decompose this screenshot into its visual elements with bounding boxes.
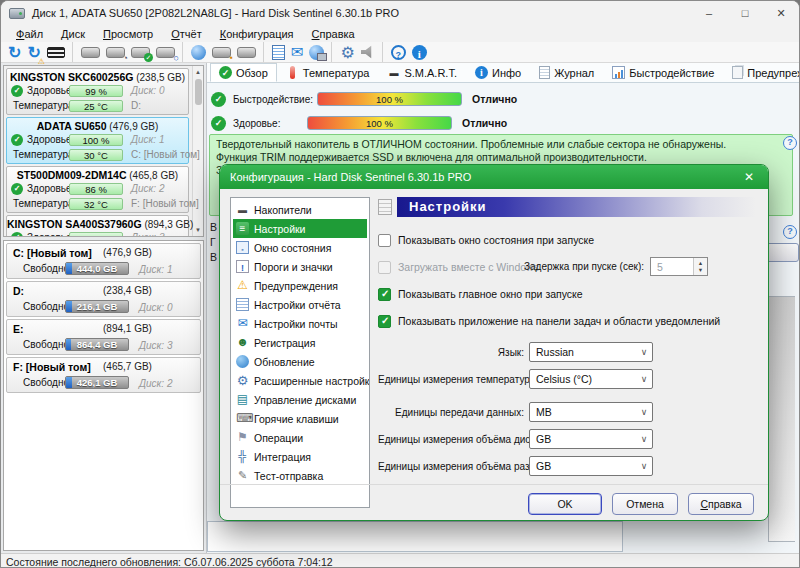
nav-item[interactable]: Интеграция (233, 447, 367, 466)
help-button[interactable]: Справка (688, 493, 754, 515)
tab[interactable]: Инфо (466, 63, 530, 82)
menu-item[interactable]: Диск (52, 27, 94, 41)
toolbar-button[interactable] (388, 42, 409, 62)
nav-label: Регистрация (254, 337, 315, 349)
partition-size: (476,9 GB) (103, 247, 152, 258)
refresh-warning-icon (27, 43, 40, 62)
nav-item[interactable]: Накопители (233, 200, 367, 219)
menu-item[interactable]: Справка (303, 27, 364, 41)
delay-spinner[interactable]: 5 ▲▼ (650, 257, 708, 276)
toolbar-button[interactable] (103, 42, 128, 62)
nav-item[interactable]: Горячие клавиши (233, 409, 367, 428)
performance-row: ✓ Быстродействие: 100 % Отлично ? (211, 89, 800, 109)
select[interactable]: Russian ∨ (529, 342, 653, 362)
free-label: Свободно (23, 339, 69, 350)
select[interactable]: GB ∨ (529, 456, 653, 476)
select[interactable]: GB ∨ (529, 429, 653, 449)
scroll-up-icon[interactable]: ▲ (193, 66, 203, 78)
status-ok-icon: ✓ (211, 92, 226, 107)
tab[interactable]: Температура (277, 63, 379, 82)
nav-item[interactable]: Тест-отправка (233, 466, 367, 485)
menu-item[interactable]: Файл (7, 27, 52, 41)
toolbar-button[interactable] (44, 42, 73, 62)
titlebar: Диск 1, ADATA SU650 [2P082L2NA8LG] - Har… (1, 1, 799, 25)
nav-label: Операции (254, 432, 303, 444)
tab[interactable]: Предупреждения (723, 63, 800, 82)
tab[interactable]: Быстродействие (603, 63, 723, 82)
nav-item[interactable]: Регистрация (233, 333, 367, 352)
toolbar-button[interactable] (234, 42, 264, 62)
toolbar-button[interactable] (5, 42, 24, 62)
tab[interactable]: Журнал (530, 63, 603, 82)
toolbar-button[interactable] (188, 42, 209, 62)
toolbar-button[interactable] (409, 42, 430, 62)
tab-label: S.M.A.R.T. (404, 67, 457, 79)
window-title: Диск 1, ADATA SU650 [2P082L2NA8LG] - Har… (32, 7, 399, 19)
minimize-button[interactable]: – (691, 1, 727, 25)
menu-item[interactable]: Конфигурация (211, 27, 303, 41)
startup-options: Задержка при пуске (сек): 5 ▲▼ Показыват… (378, 233, 756, 328)
tab-label: Журнал (554, 67, 594, 79)
nav-item[interactable]: Настройки (233, 219, 367, 238)
disk-item[interactable]: KINGSTON SA400S37960G (894,3 GB) ✓ Здоро… (6, 215, 189, 237)
spinner-arrows-icon[interactable]: ▲▼ (693, 258, 707, 275)
disk-item[interactable]: KINGSTON SKC600256G (238,5 GB) ✓ Здоровь… (6, 68, 189, 115)
nav-item[interactable]: Предупреждения (233, 276, 367, 295)
toolbar-button[interactable] (337, 42, 357, 62)
toolbar-button[interactable] (358, 42, 383, 62)
checkbox[interactable] (378, 288, 391, 301)
scrollbar-thumb[interactable] (195, 79, 202, 105)
select[interactable]: MB ∨ (529, 402, 653, 422)
select-row: Единицы измерения объёма разделов: GB ∨ (378, 456, 756, 476)
nav-item[interactable]: Окно состояния (233, 238, 367, 257)
ok-button[interactable]: OK (528, 493, 602, 515)
toolbar-button[interactable] (24, 42, 43, 62)
chevron-down-icon: ∨ (636, 374, 652, 384)
disk-item[interactable]: ADATA SU650 (476,9 GB) ✓ Здоровье: 100 %… (6, 117, 189, 164)
select[interactable]: Celsius (°C) ∨ (529, 369, 653, 389)
help-icon[interactable]: ? (783, 225, 797, 239)
menu-item[interactable]: Отчёт (162, 27, 211, 41)
toolbar-button[interactable] (269, 42, 288, 62)
toolbar-button[interactable] (78, 42, 103, 62)
help-icon[interactable]: ? (783, 136, 797, 150)
select-label: Единицы измерения объёма разделов: (378, 461, 524, 472)
globe-drive-icon (191, 45, 206, 60)
disk-number: Диск: 3 (131, 232, 164, 237)
disk-name: ST500DM009-2DM14C (17, 169, 127, 181)
tab[interactable]: S.M.A.R.T. (378, 63, 466, 82)
partition-item[interactable]: D: (238,4 GB) Свободно 216,1 GB Диск: 0 (6, 281, 201, 317)
disk-number: Диск: 1 (131, 134, 164, 145)
toolbar-button[interactable] (306, 42, 332, 62)
partition-item[interactable]: F: [Новый том] (465,7 GB) Свободно 426,1… (6, 357, 201, 393)
checkbox[interactable] (378, 234, 391, 247)
menu-item[interactable]: Просмотр (94, 27, 162, 41)
nav-item[interactable]: Расширенные настройки (233, 371, 367, 390)
disk-name: ADATA SU650 (37, 120, 107, 132)
tab[interactable]: Обзор (210, 63, 277, 82)
nav-item[interactable]: Управление дисками (233, 390, 367, 409)
partition-item[interactable]: C: [Новый том] (476,9 GB) Свободно 444,0… (6, 243, 201, 279)
nav-item[interactable]: Операции (233, 428, 367, 447)
disk-item[interactable]: ST500DM009-2DM14C (465,8 GB) ✓ Здоровье:… (6, 166, 189, 213)
temperature-label: Температура: (13, 100, 76, 111)
tab-thermo-icon (290, 66, 295, 79)
checkbox[interactable] (378, 315, 391, 328)
toolbar-button[interactable] (153, 42, 183, 62)
nav-item[interactable]: Настройки почты (233, 314, 367, 333)
scroll-down-icon[interactable]: ▼ (193, 224, 203, 236)
close-button[interactable]: ✕ (763, 1, 799, 25)
nav-item[interactable]: Пороги и значки (233, 257, 367, 276)
nav-item[interactable]: Обновление (233, 352, 367, 371)
checkbox[interactable] (378, 261, 391, 274)
toolbar-button[interactable] (288, 42, 307, 62)
partition-item[interactable]: E: (894,1 GB) Свободно 864,4 GB Диск: 3 (6, 319, 201, 355)
dialog-close-icon[interactable]: ✕ (740, 170, 758, 184)
nav-item[interactable]: Настройки отчёта (233, 295, 367, 314)
toolbar-button[interactable] (209, 42, 234, 62)
disk-title: KINGSTON SA400S37960G (894,3 GB) (7, 218, 188, 230)
disk-name: KINGSTON SKC600256G (10, 71, 134, 83)
maximize-button[interactable]: □ (727, 1, 763, 25)
toolbar-button[interactable] (128, 42, 153, 62)
cancel-button[interactable]: Отмена (612, 493, 678, 515)
